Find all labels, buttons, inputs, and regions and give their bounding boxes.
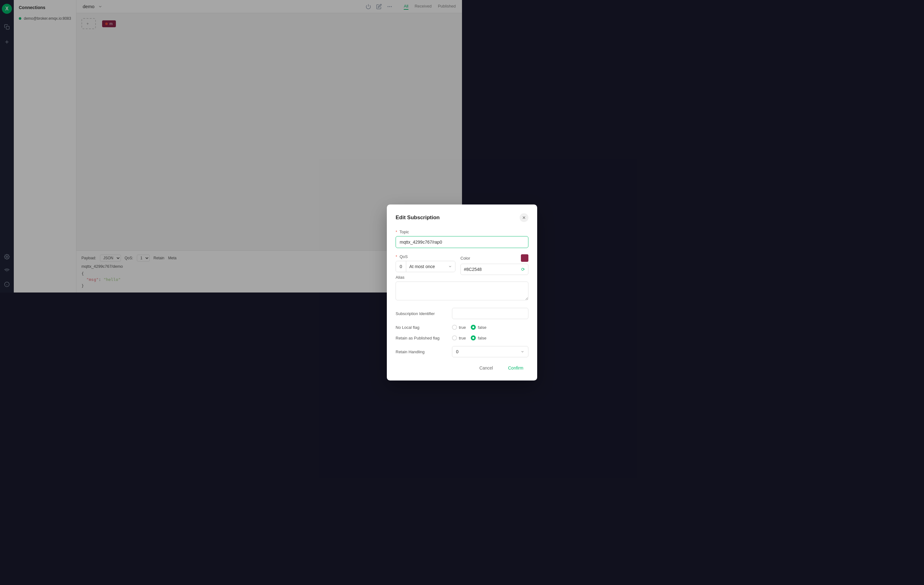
qos-select-wrapper: 0 At most once <box>396 261 455 272</box>
modal-overlay: Edit Subscription ✕ * Topic * QoS 0 At <box>0 0 462 292</box>
modal-header: Edit Subscription ✕ <box>396 213 462 222</box>
alias-textarea[interactable] <box>396 282 462 292</box>
edit-subscription-modal: Edit Subscription ✕ * Topic * QoS 0 At <box>387 204 462 292</box>
qos-field-group: * QoS 0 At most once <box>396 254 455 275</box>
alias-field-group: Alias <box>396 275 462 292</box>
qos-label: * QoS <box>396 254 455 259</box>
modal-title: Edit Subscription <box>396 214 440 221</box>
qos-option-label: At most once <box>409 264 435 269</box>
color-label: Color <box>460 256 462 260</box>
alias-label: Alias <box>396 275 462 280</box>
topic-input[interactable] <box>396 236 462 248</box>
color-label-row: Color <box>460 254 462 262</box>
qos-chevron-icon <box>448 265 452 269</box>
color-field-group: Color ⟳ <box>460 254 462 275</box>
qos-color-row: * QoS 0 At most once Color <box>396 254 462 275</box>
topic-field-group: * Topic <box>396 229 462 248</box>
qos-option-select[interactable]: At most once <box>406 261 455 272</box>
qos-number: 0 <box>396 261 406 272</box>
topic-label: * Topic <box>396 229 462 234</box>
color-input-wrapper: ⟳ <box>460 264 462 275</box>
